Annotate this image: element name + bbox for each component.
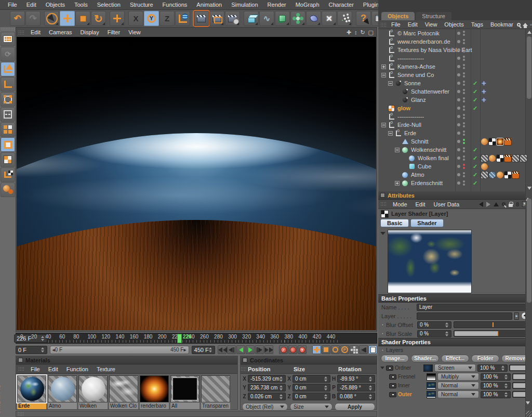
eye-icon[interactable]: [389, 383, 396, 388]
enabled-check-icon[interactable]: ✓: [473, 172, 477, 178]
render-visibility-dot[interactable]: [463, 134, 465, 136]
menubar-item-character[interactable]: Character: [324, 2, 358, 8]
next-frame-button[interactable]: [255, 345, 264, 354]
tree-row[interactable]: www.renderbaron.de: [378, 37, 532, 46]
material-item[interactable]: All: [170, 375, 200, 409]
resize-grip[interactable]: [526, 411, 531, 416]
material-tag-icon[interactable]: [481, 163, 488, 170]
viewport-menu-display[interactable]: Display: [76, 29, 103, 35]
render-region-icon[interactable]: [209, 11, 224, 26]
editor-visibility-dot[interactable]: [463, 81, 465, 83]
attributes-scrollbar[interactable]: [525, 191, 532, 417]
blur-scale-field[interactable]: 0 %: [417, 330, 451, 337]
visibility-dots[interactable]: [457, 81, 465, 86]
render-visibility-dot[interactable]: [463, 42, 465, 44]
points-mode-icon[interactable]: [1, 92, 15, 107]
expand-icon[interactable]: [381, 64, 386, 69]
field-stepper[interactable]: [504, 383, 508, 388]
layer-thumbnail[interactable]: [427, 373, 436, 381]
render-visibility-dot[interactable]: [463, 75, 465, 77]
materials-menu-function[interactable]: Function: [62, 366, 92, 372]
material-item[interactable]: renderbaro: [140, 375, 169, 409]
start-frame-field[interactable]: 0 F: [16, 346, 47, 354]
render-visibility-dot[interactable]: [463, 117, 465, 119]
tree-row[interactable]: Erdenschnitt✓: [378, 179, 532, 187]
blend-mode-dropdown[interactable]: Normal: [437, 382, 479, 389]
objects-menu-objects[interactable]: Objects: [441, 21, 467, 28]
render-visibility-dot[interactable]: [463, 184, 465, 186]
tree-row[interactable]: Wolkenschnitt✓: [378, 146, 532, 154]
editor-visibility-dot[interactable]: [463, 97, 465, 99]
layer-dot-icon[interactable]: [457, 140, 460, 143]
visibility-dots[interactable]: [457, 97, 465, 102]
render-visibility-dot[interactable]: [463, 100, 465, 102]
menubar-item-file[interactable]: File: [3, 2, 22, 8]
visibility-dots[interactable]: [457, 47, 465, 53]
statusbar-grip[interactable]: [18, 412, 24, 416]
editor-visibility-dot[interactable]: [463, 56, 465, 58]
visibility-dots[interactable]: [457, 180, 465, 186]
blend-mode-dropdown[interactable]: Multiply: [437, 373, 479, 381]
render-settings-icon[interactable]: [225, 11, 240, 26]
collapse-icon[interactable]: [381, 123, 386, 127]
render-visibility-dot[interactable]: [463, 142, 465, 144]
pan-view-icon[interactable]: ✚: [347, 29, 351, 36]
menubar-item-structure[interactable]: Structure: [125, 2, 158, 8]
objects-menu-view[interactable]: View: [421, 21, 441, 28]
tree-row[interactable]: Wolken final✓: [378, 154, 532, 162]
target-tag-icon[interactable]: [481, 97, 488, 103]
glowsel-tag-icon[interactable]: [497, 138, 503, 145]
striped-tag-icon[interactable]: [481, 172, 488, 178]
field-stepper[interactable]: [504, 374, 508, 380]
render-visibility-dot[interactable]: [463, 92, 465, 94]
collapse-icon[interactable]: [381, 73, 386, 77]
coordinate-system-icon[interactable]: [175, 11, 190, 26]
menubar-item-render[interactable]: Render: [263, 2, 291, 8]
layer-dot-icon[interactable]: [457, 107, 460, 110]
materials-menu-edit[interactable]: Edit: [44, 366, 62, 372]
attributes-grip[interactable]: [380, 202, 387, 206]
layer-browse-icon[interactable]: ▸: [514, 312, 519, 320]
visibility-dots[interactable]: [457, 31, 465, 36]
rotate-icon[interactable]: ↻: [91, 11, 106, 26]
editor-visibility-dot[interactable]: [463, 64, 465, 66]
comp-tag-icon[interactable]: [512, 172, 519, 178]
key-position-button[interactable]: [312, 345, 321, 354]
effect-button[interactable]: Effect...: [441, 355, 469, 362]
collapse-icon[interactable]: [395, 148, 400, 152]
start-frame-stepper[interactable]: [41, 347, 45, 353]
tab-basic[interactable]: Basic: [380, 219, 409, 227]
layer-dot-icon[interactable]: [457, 157, 460, 160]
editor-visibility-dot[interactable]: [463, 31, 465, 33]
field-stepper[interactable]: [280, 376, 283, 382]
rotation-field[interactable]: 0.088 °: [337, 393, 375, 400]
layer-dot-icon[interactable]: [457, 65, 460, 68]
position-field[interactable]: 0.026 cm: [248, 393, 286, 400]
collapse-icon[interactable]: [380, 367, 384, 369]
tree-row[interactable]: Glanz✓: [378, 96, 532, 104]
size-field[interactable]: 0 cm: [292, 375, 330, 383]
visibility-dots[interactable]: [457, 39, 465, 44]
visibility-dots[interactable]: [457, 147, 465, 152]
collapse-icon[interactable]: [388, 81, 393, 86]
move-axis-icon[interactable]: [110, 11, 125, 26]
menubar-item-objects[interactable]: Objects: [41, 2, 70, 8]
size-field[interactable]: 0 cm: [292, 384, 330, 392]
coordinates-manager-icon[interactable]: [1, 32, 15, 46]
layer-dot-icon[interactable]: [457, 57, 460, 60]
tab-shader[interactable]: Shader: [410, 219, 443, 227]
visibility-dots[interactable]: [457, 89, 465, 94]
visibility-dots[interactable]: [457, 106, 465, 111]
tree-row[interactable]: --------------: [378, 54, 532, 62]
visibility-dots[interactable]: [457, 131, 465, 136]
materials-menu-texture[interactable]: Texture: [92, 366, 119, 372]
layer-dot-icon[interactable]: [457, 115, 460, 118]
enabled-check-icon[interactable]: ✓: [473, 97, 477, 103]
layer-dot-icon[interactable]: [457, 173, 460, 176]
attributes-header[interactable]: Attributes: [378, 191, 532, 200]
layer-input[interactable]: [417, 312, 512, 320]
tree-row[interactable]: --------------: [378, 112, 532, 121]
scale-icon[interactable]: [75, 11, 90, 26]
goto-end-button[interactable]: [264, 345, 273, 354]
viewport-solo-icon[interactable]: [1, 183, 15, 197]
